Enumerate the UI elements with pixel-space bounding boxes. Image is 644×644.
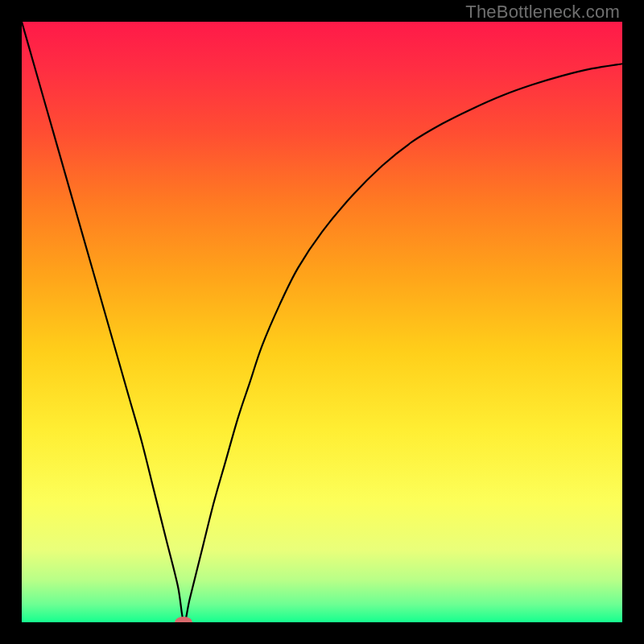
- watermark-text: TheBottleneck.com: [465, 2, 620, 23]
- plot-area: [22, 22, 622, 622]
- optimal-marker: [175, 617, 192, 622]
- chart-frame: TheBottleneck.com: [0, 0, 644, 644]
- bottleneck-curve: [22, 22, 622, 622]
